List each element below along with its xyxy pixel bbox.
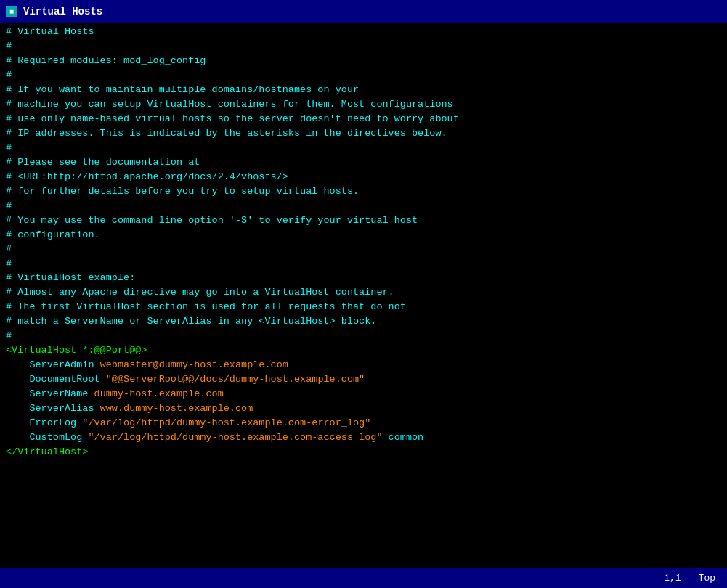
code-token: # The first VirtualHost section is used … xyxy=(6,301,406,312)
title-text: Virtual Hosts xyxy=(23,6,102,17)
code-token: dummy-host.example.com xyxy=(94,388,224,399)
code-token: # Required modules: mod_log_config xyxy=(6,55,206,66)
code-token: # for further details before you try to … xyxy=(6,186,359,197)
cursor-position: 1,1 xyxy=(664,573,681,584)
code-line: # xyxy=(0,199,727,213)
code-token: common xyxy=(383,432,424,443)
code-line: # xyxy=(0,68,727,83)
code-token: # machine you can setup VirtualHost cont… xyxy=(6,99,453,110)
code-token: ServerAlias xyxy=(6,403,100,414)
code-line: # Required modules: mod_log_config xyxy=(0,54,727,68)
code-token: # xyxy=(6,330,12,341)
code-token: # You may use the command line option '-… xyxy=(6,215,418,226)
code-line: ErrorLog "/var/log/httpd/dummy-host.exam… xyxy=(0,416,727,430)
code-line: # xyxy=(0,257,727,271)
scroll-position: Top xyxy=(699,573,715,584)
code-token: # Virtual Hosts xyxy=(6,26,94,37)
code-line: <VirtualHost *:@@Port@@> xyxy=(0,343,727,358)
code-token: # Please see the documentation at xyxy=(6,157,200,168)
content-area[interactable]: # Virtual Hosts## Required modules: mod_… xyxy=(0,23,727,568)
code-token: # xyxy=(6,70,12,81)
code-line: # Virtual Hosts xyxy=(0,25,727,39)
code-line: # match a ServerName or ServerAlias in a… xyxy=(0,314,727,329)
code-line: # configuration. xyxy=(0,228,727,242)
code-token: # xyxy=(6,244,12,255)
code-line: ServerAlias www.dummy-host.example.com xyxy=(0,401,727,416)
code-token: </VirtualHost> xyxy=(6,446,88,457)
code-token: # If you want to maintain multiple domai… xyxy=(6,84,359,95)
code-token: # xyxy=(6,258,12,269)
code-token: # <URL:http://httpd.apache.org/docs/2.4/… xyxy=(6,171,288,182)
code-token: # xyxy=(6,200,12,211)
code-line: # xyxy=(0,329,727,343)
code-line: # for further details before you try to … xyxy=(0,184,727,199)
code-token: "@@ServerRoot@@/docs/dummy-host.example.… xyxy=(106,374,365,385)
code-token: "/var/log/httpd/dummy-host.example.com-e… xyxy=(82,417,370,428)
code-token: # xyxy=(6,41,12,52)
file-icon: ■ xyxy=(6,6,17,17)
code-token: # Almost any Apache directive may go int… xyxy=(6,287,394,298)
code-token: ErrorLog xyxy=(6,417,82,428)
code-line: </VirtualHost> xyxy=(0,445,727,460)
code-token: webmaster@dummy-host.example.com xyxy=(100,359,288,370)
code-line: # IP addresses. This is indicated by the… xyxy=(0,126,727,141)
code-line: ServerAdmin webmaster@dummy-host.example… xyxy=(0,358,727,372)
code-line: # Almost any Apache directive may go int… xyxy=(0,285,727,300)
code-token: ServerAdmin xyxy=(6,359,100,370)
code-token: # VirtualHost example: xyxy=(6,272,135,283)
code-line: # <URL:http://httpd.apache.org/docs/2.4/… xyxy=(0,170,727,184)
code-token: DocumentRoot xyxy=(6,374,106,385)
code-line: # xyxy=(0,242,727,257)
code-token: "/var/log/httpd/dummy-host.example.com-a… xyxy=(88,432,382,443)
title-bar: ■ Virtual Hosts xyxy=(0,0,727,23)
code-line: # xyxy=(0,141,727,155)
code-token: <VirtualHost *:@@Port@@> xyxy=(6,345,147,356)
code-token: # match a ServerName or ServerAlias in a… xyxy=(6,316,376,327)
code-token: # configuration. xyxy=(6,229,100,240)
code-token: # IP addresses. This is indicated by the… xyxy=(6,128,447,139)
code-line: DocumentRoot "@@ServerRoot@@/docs/dummy-… xyxy=(0,372,727,387)
code-line: ServerName dummy-host.example.com xyxy=(0,387,727,401)
code-token: # xyxy=(6,142,12,153)
code-line: # If you want to maintain multiple domai… xyxy=(0,83,727,97)
code-token: # use only name-based virtual hosts so t… xyxy=(6,113,459,124)
code-line: # use only name-based virtual hosts so t… xyxy=(0,112,727,126)
editor: ■ Virtual Hosts # Virtual Hosts## Requir… xyxy=(0,0,727,588)
status-bar: 1,1 Top xyxy=(0,568,727,588)
code-line: # machine you can setup VirtualHost cont… xyxy=(0,97,727,112)
code-line: # VirtualHost example: xyxy=(0,271,727,285)
code-line: CustomLog "/var/log/httpd/dummy-host.exa… xyxy=(0,430,727,445)
code-line: # The first VirtualHost section is used … xyxy=(0,300,727,314)
code-line: # Please see the documentation at xyxy=(0,155,727,170)
code-token: www.dummy-host.example.com xyxy=(100,403,253,414)
code-line: # xyxy=(0,39,727,54)
code-token: CustomLog xyxy=(6,432,88,443)
code-token: ServerName xyxy=(6,388,94,399)
code-line: # You may use the command line option '-… xyxy=(0,213,727,228)
